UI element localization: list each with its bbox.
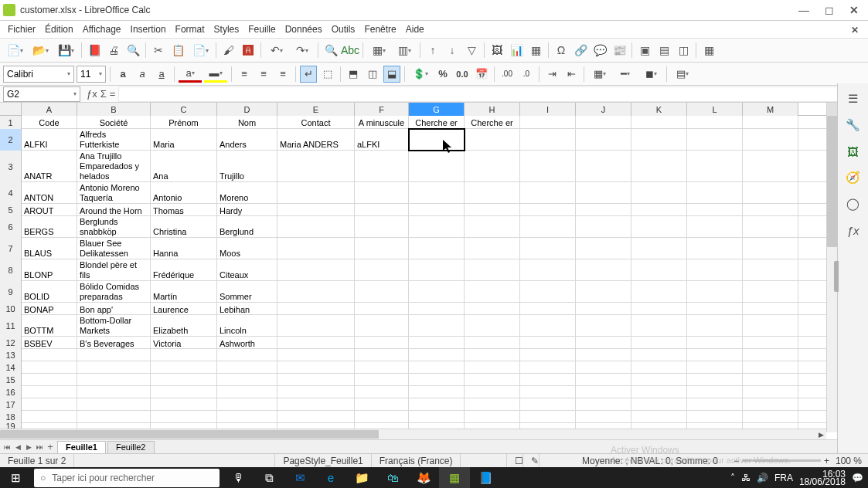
font-name-combo[interactable]: Calibri▾ — [3, 66, 74, 83]
row-header-4[interactable]: 4 — [0, 182, 22, 204]
maximize-button[interactable]: ◻ — [825, 4, 834, 16]
menu-edition[interactable]: Édition — [40, 22, 78, 36]
cell-J16[interactable] — [576, 386, 631, 398]
cell-K7[interactable] — [631, 238, 687, 259]
row-header-7[interactable]: 7 — [0, 238, 22, 259]
cell-M5[interactable] — [743, 204, 798, 216]
cell-G8[interactable] — [409, 259, 465, 281]
cell-G15[interactable] — [409, 374, 465, 386]
clear-formatting-icon[interactable]: 🅰 — [240, 42, 257, 59]
cell-G4[interactable] — [409, 182, 465, 204]
row-header-8[interactable]: 8 — [0, 259, 22, 281]
cell-L11[interactable] — [687, 315, 743, 337]
column-header-F[interactable]: F — [355, 103, 409, 116]
cell-J11[interactable] — [576, 315, 631, 337]
cell-G3[interactable] — [409, 151, 465, 182]
menu-format[interactable]: Format — [171, 22, 209, 36]
column-icon[interactable]: ▥▾ — [393, 42, 416, 59]
print-icon[interactable]: 🖨 — [105, 42, 122, 59]
cell-B15[interactable] — [77, 374, 151, 386]
cell-E2[interactable]: Maria ANDERS — [277, 129, 355, 151]
cell-F13[interactable] — [355, 349, 409, 361]
tray-volume-icon[interactable]: 🔊 — [757, 473, 768, 483]
cell-D7[interactable]: Moos — [217, 238, 277, 259]
row-header-13[interactable]: 13 — [0, 349, 22, 361]
cell-L12[interactable] — [687, 337, 743, 349]
pivot-icon[interactable]: ▦ — [527, 42, 544, 59]
cell-B14[interactable] — [77, 361, 151, 374]
cell-D9[interactable]: Sommer — [217, 281, 277, 303]
cell-L9[interactable] — [687, 281, 743, 303]
cell-F6[interactable] — [355, 216, 409, 238]
wrap-text-icon[interactable]: ↵ — [300, 66, 317, 83]
cell-A17[interactable] — [22, 398, 77, 411]
cell-J18[interactable] — [576, 411, 631, 423]
sidebar-styles-icon[interactable]: 🔧 — [844, 116, 863, 134]
cell-D8[interactable]: Citeaux — [217, 259, 277, 281]
align-left-icon[interactable]: ≡ — [236, 66, 253, 83]
cell-E8[interactable] — [277, 259, 355, 281]
cell-A9[interactable]: BOLID — [22, 281, 77, 303]
cell-A7[interactable]: BLAUS — [22, 238, 77, 259]
cell-A15[interactable] — [22, 374, 77, 386]
cell-E15[interactable] — [277, 374, 355, 386]
font-size-combo[interactable]: 11▾ — [77, 66, 106, 83]
cell-F16[interactable] — [355, 386, 409, 398]
cell-M2[interactable] — [743, 129, 798, 151]
print-preview-icon[interactable]: 🔍 — [124, 42, 141, 59]
cell-J9[interactable] — [576, 281, 631, 303]
cell-F11[interactable] — [355, 315, 409, 337]
row-header-6[interactable]: 6 — [0, 216, 22, 238]
valign-middle-icon[interactable]: ◫ — [364, 66, 381, 83]
cell-A6[interactable]: BERGS — [22, 216, 77, 238]
cell-C6[interactable]: Christina — [151, 216, 217, 238]
status-selection-mode[interactable]: ☐ — [507, 454, 523, 467]
taskbar-app-calc[interactable]: ▦ — [439, 467, 470, 488]
cell-I6[interactable] — [520, 216, 576, 238]
cell-K12[interactable] — [631, 337, 687, 349]
taskbar-app-explorer[interactable]: 📁 — [346, 467, 377, 488]
cell-B16[interactable] — [77, 386, 151, 398]
cell-E11[interactable] — [277, 315, 355, 337]
cell-C7[interactable]: Hanna — [151, 238, 217, 259]
cell-C2[interactable]: Maria — [151, 129, 217, 151]
tab-prev-icon[interactable]: ◀ — [12, 442, 23, 452]
cell-K16[interactable] — [631, 386, 687, 398]
cell-A2[interactable]: ALFKI — [22, 129, 77, 151]
cell-I13[interactable] — [520, 349, 576, 361]
cell-M8[interactable] — [743, 259, 798, 281]
cell-L17[interactable] — [687, 398, 743, 411]
cell-M6[interactable] — [743, 216, 798, 238]
headers-footers-icon[interactable]: 📰 — [611, 42, 628, 59]
cell-M17[interactable] — [743, 398, 798, 411]
status-calc[interactable]: Moyenne: ; NBVAL: 0; Somme: 0 — [582, 456, 727, 466]
show-draw-icon[interactable]: ▦ — [700, 42, 717, 59]
cell-I1[interactable] — [520, 116, 576, 129]
cell-B6[interactable]: Berglunds snabbköp — [77, 216, 151, 238]
cell-D14[interactable] — [217, 361, 277, 374]
sum-icon[interactable]: Σ — [100, 88, 107, 100]
cell-E13[interactable] — [277, 349, 355, 361]
cell-K4[interactable] — [631, 182, 687, 204]
cell-K1[interactable] — [631, 116, 687, 129]
cell-F9[interactable] — [355, 281, 409, 303]
column-header-I[interactable]: I — [520, 103, 576, 116]
cell-F14[interactable] — [355, 361, 409, 374]
cell-G18[interactable] — [409, 411, 465, 423]
cell-E6[interactable] — [277, 216, 355, 238]
cell-B4[interactable]: Antonio Moreno Taquería — [77, 182, 151, 204]
cell-C9[interactable]: Martín — [151, 281, 217, 303]
cell-D18[interactable] — [217, 411, 277, 423]
cell-I18[interactable] — [520, 411, 576, 423]
cell-C12[interactable]: Victoria — [151, 337, 217, 349]
cell-H13[interactable] — [465, 349, 520, 361]
tray-chevron-icon[interactable]: ˄ — [730, 473, 735, 483]
cell-J8[interactable] — [576, 259, 631, 281]
row-icon[interactable]: ▦▾ — [367, 42, 390, 59]
tray-lang[interactable]: FRA — [774, 473, 793, 483]
cell-H1[interactable]: Cherche er — [465, 116, 520, 129]
tray-date[interactable]: 18/06/2018 — [799, 476, 846, 487]
cell-L14[interactable] — [687, 361, 743, 374]
menu-donnees[interactable]: Données — [281, 22, 327, 36]
cell-E18[interactable] — [277, 411, 355, 423]
